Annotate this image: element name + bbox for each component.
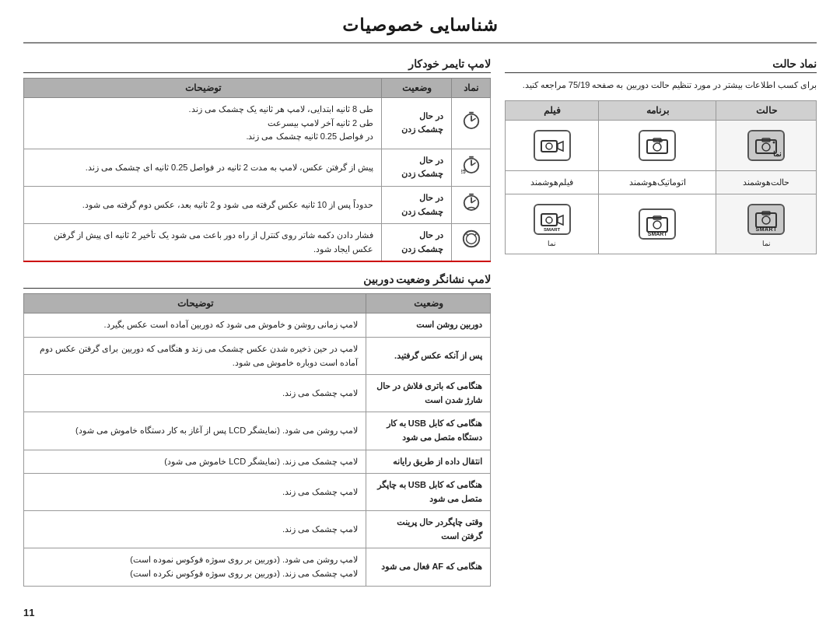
table-row: حالت‌هوشمند اتوماتیک‌هوشمند فیلم‌هوشمند (506, 170, 817, 194)
table-row: در حالچشمک زدن طی 8 ثانیه ابتدایی، لامپ … (24, 98, 491, 149)
table-row: هنگامی که کابل USB به چاپگر متصل می شود … (24, 474, 491, 511)
status-lamp-section-title: لامپ نشانگر وضعیت دوربین (23, 273, 491, 289)
table-row: SMART نما (506, 194, 817, 254)
table-row: دوربین روشن است لامپ زمانی روشن و خاموش … (24, 313, 491, 338)
table-row: هنگامی که AF فعال می شود لامپ روشن می شو… (24, 548, 491, 586)
svg-marker-36 (558, 215, 563, 225)
table-row: در حالچشمک زدن حدوداً پس از 10 ثانیه عکس… (24, 186, 491, 223)
timer-icon-4 (452, 224, 491, 262)
timer-status-2: در حالچشمک زدن (382, 149, 452, 186)
mode-smart-auto-label: اتوماتیک‌هوشمند (598, 170, 716, 194)
svg-marker-27 (558, 142, 563, 151)
table-row: در حالچشمک زدن فشار دادن دکمه شاتر روی ک… (24, 224, 491, 262)
page-title: شناسایی خصوصیات (23, 16, 817, 44)
status-col-desc: توضیحات (24, 294, 366, 313)
status-row-3-status: هنگامی که باتری فلاش در حال شارژ شدن است (366, 375, 491, 412)
status-lamp-table: وضعیت توضیحات دوربین روشن است لامپ زمانی… (23, 293, 491, 586)
mode-smart-icon-cell: SMART نما (716, 194, 817, 254)
table-row: هنگامی که کابل USB به کار دستگاه متصل می… (24, 412, 491, 450)
timer-desc-4: فشار دادن دکمه شاتر روی کنترل از راه دور… (24, 224, 382, 262)
timer-col-icon: نماد (452, 79, 491, 98)
smart-sub-label: نما (721, 240, 811, 247)
status-row-1-status: دوربین روشن است (366, 313, 491, 338)
timer-section-title: لامپ تایمر خودکار (23, 58, 491, 73)
smart-label: SMART (756, 226, 777, 232)
mode-smart-film-icon-cell: SMART نما (506, 194, 599, 254)
mode-sub-label: نما (773, 150, 782, 158)
mode-info-text: برای کسب اطلاعات بیشتر در مورد تنظیم حال… (505, 78, 817, 93)
mode-label-halat: نما (716, 120, 817, 170)
mode-smart-label: حالت‌هوشمند (716, 170, 817, 194)
timer-col-status: وضعیت (382, 79, 452, 98)
smart-film-label: SMART (544, 227, 560, 232)
svg-line-15 (466, 234, 468, 236)
timer-lamp-table: نماد وضعیت توضیحات (23, 78, 491, 262)
svg-point-32 (653, 221, 661, 229)
timer-icon-1 (452, 98, 491, 149)
mode-col-film: فیلم (506, 100, 599, 120)
film-icon (534, 130, 571, 161)
svg-text:P: P (659, 138, 663, 145)
camera-icon: نما (747, 130, 785, 161)
svg-point-26 (546, 143, 552, 149)
timer-status-1: در حالچشمک زدن (382, 98, 452, 149)
svg-point-29 (762, 216, 770, 224)
table-row: انتقال داده از طریق رایانه لامپ چشمک می … (24, 450, 491, 474)
right-section: لامپ تایمر خودکار نماد وضعیت توضیحات (23, 58, 491, 597)
svg-line-16 (474, 234, 476, 236)
status-row-2-desc: لامپ در حین ذخیره شدن عکس چشمک می زند و … (24, 337, 366, 374)
smart-film-sub: نما (510, 240, 593, 247)
table-row: وقتی چاپگردر حال پرینت گرفتن است لامپ چش… (24, 511, 491, 548)
mode-section-title: نماد حالت (505, 58, 817, 73)
svg-point-18 (762, 143, 770, 151)
status-row-4-desc: لامپ روشن می شود. (نمایشگر LCD پس از آغا… (24, 412, 366, 450)
smart-auto-icon: SMART (639, 208, 676, 240)
status-row-8-status: هنگامی که AF فعال می شود (366, 548, 491, 586)
status-row-3-desc: لامپ چشمک می زند. (24, 375, 366, 412)
mode-table: حالت برنامه فیلم (505, 100, 817, 254)
status-row-5-status: انتقال داده از طریق رایانه (366, 450, 491, 474)
svg-rect-25 (541, 141, 557, 152)
timer-icon-3 (452, 186, 491, 223)
status-row-7-status: وقتی چاپگردر حال پرینت گرفتن است (366, 511, 491, 548)
status-row-6-status: هنگامی که کابل USB به چاپگر متصل می شود (366, 474, 491, 511)
svg-text:25: 25 (461, 169, 466, 174)
timer-desc-1: طی 8 ثانیه ابتدایی، لامپ هر ثانیه یک چشم… (24, 98, 382, 149)
mode-film-cell (506, 120, 599, 170)
status-row-7-desc: لامپ چشمک می زند. (24, 511, 366, 548)
table-row: 25 در حالچشمک زدن پیش از گرفتن عکس، لامپ… (24, 149, 491, 186)
timer-status-4: در حالچشمک زدن (382, 224, 452, 262)
mode-col-halat: حالت (716, 100, 817, 120)
timer-status-3: در حالچشمک زدن (382, 186, 452, 223)
status-row-2-status: پس از آنکه عکس گرفتید. (366, 337, 491, 374)
prog-icon: P (639, 130, 676, 161)
status-row-5-desc: لامپ چشمک می زند. (نمایشگر LCD خاموش می … (24, 450, 366, 474)
status-row-4-status: هنگامی که کابل USB به کار دستگاه متصل می… (366, 412, 491, 450)
timer-icon-2: 25 (452, 149, 491, 186)
page-number: 11 (23, 607, 34, 618)
status-row-1-desc: لامپ زمانی روشن و خاموش می شود که دوربین… (24, 313, 366, 338)
status-row-8-desc: لامپ روشن می شود. (دوربین بر روی سوژه فو… (24, 548, 366, 586)
mode-smart-film-label: فیلم‌هوشمند (506, 170, 599, 194)
svg-point-20 (773, 141, 775, 143)
svg-point-35 (546, 217, 552, 223)
left-section: نماد حالت برای کسب اطلاعات بیشتر در مورد… (505, 58, 817, 254)
table-row: هنگامی که باتری فلاش در حال شارژ شدن است… (24, 375, 491, 412)
mode-col-barnama: برنامه (598, 100, 716, 120)
status-col-status: وضعیت (366, 294, 491, 313)
smart-film-icon: SMART (534, 204, 571, 235)
timer-col-desc: توضیحات (24, 79, 382, 98)
timer-desc-3: حدوداً پس از 10 ثانیه عکس گرفته می شود و… (24, 186, 382, 223)
table-row: پس از آنکه عکس گرفتید. لامپ در حین ذخیره… (24, 337, 491, 374)
timer-desc-2: پیش از گرفتن عکس، لامپ به مدت 2 ثانیه در… (24, 149, 382, 186)
mode-smart-auto-icon-cell: SMART (598, 194, 716, 254)
status-row-6-desc: لامپ چشمک می زند. (24, 474, 366, 511)
table-row: نما P (506, 120, 817, 170)
smart-auto-label: SMART (648, 231, 667, 236)
mode-prog-cell: P (598, 120, 716, 170)
smart-mode-icon: SMART (747, 204, 785, 235)
